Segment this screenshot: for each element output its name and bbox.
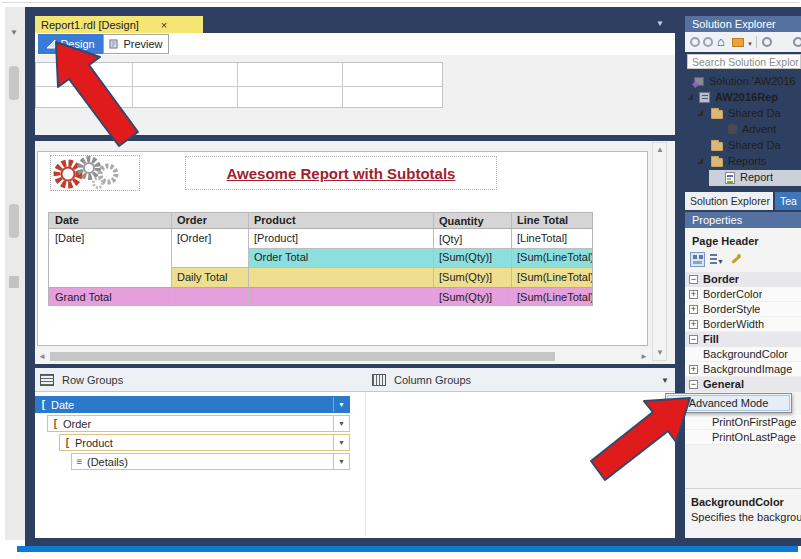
expand-box-icon[interactable]: + xyxy=(689,305,698,314)
cell-linetotal[interactable]: [LineTotal] xyxy=(517,232,593,245)
scrollbar-button[interactable] xyxy=(9,276,19,288)
cell-order[interactable]: [Order] xyxy=(177,232,211,245)
grand-total-linetotal[interactable]: [Sum(LineTotal)] xyxy=(517,291,593,304)
property-category-general[interactable]: − General xyxy=(685,377,801,392)
categorized-view-icon[interactable] xyxy=(690,252,705,267)
order-total-label[interactable]: Order Total xyxy=(254,251,308,264)
sort-alphabetical-icon[interactable]: ▼ xyxy=(709,253,722,266)
expand-box-icon[interactable]: + xyxy=(689,320,698,329)
grand-total-qty[interactable]: [Sum(Qty)] xyxy=(439,291,492,304)
order-total-linetotal[interactable]: [Sum(LineTotal)] xyxy=(517,251,593,264)
tab-design[interactable]: Design xyxy=(38,34,103,54)
tab-team-explorer[interactable]: Tea xyxy=(775,192,801,210)
tree-item-project[interactable]: AW2016Rep xyxy=(685,90,801,106)
scrollbar-thumb[interactable] xyxy=(50,352,555,361)
tree-item-shared-datasets[interactable]: Shared Da xyxy=(685,138,801,154)
tree-item-reports[interactable]: Reports xyxy=(685,154,801,170)
expand-arrow-icon[interactable] xyxy=(697,158,703,164)
scroll-left-icon[interactable]: ◄ xyxy=(38,353,46,361)
property-backgroundimage[interactable]: + BackgroundImage xyxy=(685,362,801,377)
home-icon[interactable]: ⌂ xyxy=(717,35,725,48)
folder-open-icon xyxy=(711,158,723,167)
group-menu-chevron-icon[interactable]: ▼ xyxy=(333,416,349,431)
collapse-box-icon[interactable]: − xyxy=(689,275,698,284)
order-total-qty[interactable]: [Sum(Qty)] xyxy=(439,251,492,264)
chevron-down-icon[interactable]: ▼ xyxy=(10,29,18,37)
forward-icon[interactable] xyxy=(703,37,713,47)
property-backgroundcolor[interactable]: BackgroundColor xyxy=(685,347,801,362)
row-group-product[interactable]: [ Product ▼ xyxy=(59,434,350,451)
property-category-border[interactable]: − Border xyxy=(685,272,801,287)
property-category-fill[interactable]: − Fill xyxy=(685,332,801,347)
properties-titlebar[interactable]: Properties xyxy=(685,212,801,228)
daily-total-qty[interactable]: [Sum(Qty)] xyxy=(439,271,492,284)
solution-explorer-title: Solution Explorer xyxy=(685,18,776,30)
sync-folders-icon[interactable] xyxy=(732,38,744,47)
property-printonlastpage[interactable]: PrintOnLastPage xyxy=(685,430,801,445)
col-header[interactable]: Quantity xyxy=(439,215,484,228)
row-group-date[interactable]: [ Date ▼ xyxy=(35,396,350,413)
grouping-pane-header: Row Groups Column Groups ▼ xyxy=(35,368,675,392)
property-label: BackgroundColor xyxy=(703,348,788,361)
report-title-textbox[interactable]: Awesome Report with Subtotals xyxy=(185,156,497,190)
scrollbar-thumb[interactable] xyxy=(9,66,19,100)
daily-total-linetotal[interactable]: [Sum(LineTotal)] xyxy=(517,271,593,284)
report-logo-image[interactable] xyxy=(50,155,140,191)
cell-product[interactable]: [Product] xyxy=(254,232,298,245)
tree-item-solution[interactable]: Solution 'AW2016 xyxy=(685,74,801,90)
col-header[interactable]: Line Total xyxy=(517,214,568,227)
tree-item-shared-data-sources[interactable]: Shared Da xyxy=(685,106,801,122)
collapse-box-icon[interactable]: − xyxy=(689,380,698,389)
vertical-scrollbar[interactable]: ▲ ▼ xyxy=(652,142,667,361)
toolbar-icon[interactable] xyxy=(793,37,801,47)
expand-box-icon[interactable]: + xyxy=(689,290,698,299)
property-bordercolor[interactable]: + BorderColor xyxy=(685,287,801,302)
tree-item-report1[interactable]: Report xyxy=(685,170,801,186)
daily-total-label[interactable]: Daily Total xyxy=(177,271,228,284)
row-group-details[interactable]: ≡ (Details) ▼ xyxy=(71,453,350,470)
expand-box-icon[interactable]: + xyxy=(689,365,698,374)
col-header[interactable]: Order xyxy=(177,214,207,227)
col-header[interactable]: Product xyxy=(254,214,296,227)
group-menu-chevron-icon[interactable]: ▼ xyxy=(333,435,349,450)
scroll-right-icon[interactable]: ► xyxy=(640,353,648,361)
group-menu-chevron-icon[interactable]: ▼ xyxy=(333,397,349,412)
col-header[interactable]: Date xyxy=(55,214,79,227)
tab-list-chevron-icon[interactable]: ▼ xyxy=(656,20,664,28)
report-tablix[interactable]: Date Order Product Quantity Line Total [… xyxy=(48,212,593,306)
search-input[interactable] xyxy=(687,54,801,69)
document-tab[interactable]: Report1.rdl [Design] × xyxy=(35,16,203,33)
scrollbar-thumb[interactable] xyxy=(9,204,19,238)
property-borderstyle[interactable]: + BorderStyle xyxy=(685,302,801,317)
back-icon[interactable] xyxy=(690,37,700,47)
empty-header-table[interactable] xyxy=(35,62,443,108)
tab-solution-explorer[interactable]: Solution Explorer xyxy=(685,192,773,210)
horizontal-scrollbar[interactable]: ◄ ► xyxy=(35,349,652,364)
scroll-up-icon[interactable]: ▲ xyxy=(656,146,664,154)
close-icon[interactable]: × xyxy=(161,19,167,31)
tab-preview[interactable]: Preview xyxy=(103,34,169,54)
row-group-order[interactable]: [ Order ▼ xyxy=(47,415,350,432)
scroll-down-icon[interactable]: ▼ xyxy=(656,349,664,357)
tree-item-datasource[interactable]: Advent xyxy=(685,122,801,138)
solution-explorer-titlebar[interactable]: Solution Explorer xyxy=(685,16,801,32)
left-panel-strip: ▼ xyxy=(5,7,25,540)
property-help-text: Specifies the backgrou xyxy=(691,511,801,524)
collapse-box-icon[interactable]: − xyxy=(689,335,698,344)
group-menu-chevron-icon[interactable]: ▼ xyxy=(333,454,349,469)
cell-date[interactable]: [Date] xyxy=(55,232,84,245)
cell-qty[interactable]: [Qty] xyxy=(439,233,462,246)
property-borderwidth[interactable]: + BorderWidth xyxy=(685,317,801,332)
pin-icon[interactable] xyxy=(146,20,155,30)
menu-item-advanced-mode[interactable]: Advanced Mode xyxy=(667,395,790,411)
grouping-advanced-chevron-icon[interactable]: ▼ xyxy=(661,377,669,385)
grand-total-label[interactable]: Grand Total xyxy=(55,291,112,304)
tree-item-label: Shared Da xyxy=(728,107,781,120)
chevron-down-icon[interactable]: ▼ xyxy=(747,40,753,48)
expand-arrow-icon[interactable] xyxy=(697,110,703,116)
property-printonfirstpage[interactable]: PrintOnFirstPage xyxy=(685,415,801,430)
refresh-icon[interactable] xyxy=(762,37,772,47)
expand-arrow-icon[interactable] xyxy=(687,94,693,100)
advanced-mode-popup: Advanced Mode xyxy=(665,393,792,413)
wrench-icon[interactable] xyxy=(729,253,742,266)
